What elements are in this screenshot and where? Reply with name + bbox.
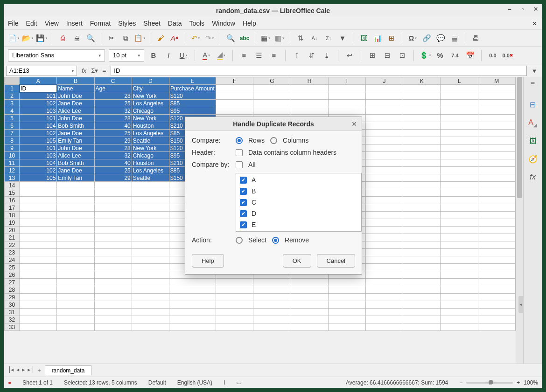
- grid-cell[interactable]: Jane Doe: [57, 167, 94, 174]
- clone-formatting-icon[interactable]: 🖌: [155, 33, 166, 44]
- grid-cell[interactable]: [441, 122, 478, 130]
- grid-cell[interactable]: [20, 189, 57, 197]
- grid-cell[interactable]: [216, 309, 253, 316]
- grid-cell[interactable]: [132, 227, 169, 234]
- grid-cell[interactable]: [366, 309, 403, 316]
- grid-cell[interactable]: [291, 100, 328, 107]
- grid-cell[interactable]: 103: [20, 152, 57, 159]
- number-icon[interactable]: 7.4: [449, 50, 461, 61]
- grid-cell[interactable]: 103: [20, 107, 57, 115]
- undo-icon[interactable]: ↶: [190, 33, 201, 44]
- grid-cell[interactable]: [169, 294, 216, 301]
- menu-edit[interactable]: Edit: [26, 20, 37, 27]
- ok-button[interactable]: OK: [283, 254, 311, 268]
- row-header[interactable]: 21: [5, 234, 20, 241]
- grid-cell[interactable]: [403, 137, 441, 144]
- special-char-icon[interactable]: Ω: [407, 33, 418, 44]
- grid-cell[interactable]: 102: [20, 100, 57, 107]
- row-header[interactable]: 18: [5, 212, 20, 219]
- menu-sheet[interactable]: Sheet: [143, 20, 161, 27]
- grid-cell[interactable]: [441, 92, 478, 100]
- new-doc-icon[interactable]: 📄: [8, 33, 19, 44]
- image-icon[interactable]: 🖼: [358, 33, 369, 44]
- grid-cell[interactable]: [253, 279, 291, 286]
- align-left-icon[interactable]: ≡: [238, 50, 250, 61]
- col-c-checkbox[interactable]: [240, 199, 247, 206]
- sort-asc-icon[interactable]: ⇅: [295, 33, 306, 44]
- grid-cell[interactable]: [403, 122, 441, 130]
- row-header[interactable]: 14: [5, 182, 20, 189]
- grid-cell[interactable]: [403, 167, 441, 174]
- grid-cell[interactable]: [169, 301, 216, 309]
- grid-cell[interactable]: $120: [169, 92, 216, 100]
- grid-cell[interactable]: [366, 271, 403, 279]
- grid-cell[interactable]: [403, 227, 441, 234]
- menu-help[interactable]: Help: [243, 20, 256, 27]
- row-header[interactable]: 22: [5, 241, 20, 249]
- grid-cell[interactable]: [441, 204, 478, 212]
- grid-cell[interactable]: [57, 234, 94, 241]
- grid-cell[interactable]: [366, 256, 403, 264]
- grid-cell[interactable]: [403, 271, 441, 279]
- grid-cell[interactable]: [366, 182, 403, 189]
- row-header[interactable]: 15: [5, 189, 20, 197]
- grid-cell[interactable]: Emily Tan: [57, 137, 94, 144]
- grid-cell[interactable]: [403, 294, 441, 301]
- date-icon[interactable]: 📅: [464, 50, 476, 61]
- menu-file[interactable]: File: [8, 20, 19, 27]
- grid-cell[interactable]: [403, 85, 441, 92]
- grid-cell[interactable]: [478, 130, 515, 137]
- grid-cell[interactable]: [253, 92, 291, 100]
- grid-cell[interactable]: John Doe: [57, 115, 94, 122]
- grid-cell[interactable]: [478, 174, 515, 182]
- grid-cell[interactable]: 29: [94, 174, 132, 182]
- header-checkbox[interactable]: [236, 149, 243, 156]
- grid-cell[interactable]: [403, 100, 441, 107]
- sheet-tab[interactable]: random_data: [45, 365, 92, 375]
- grid-cell[interactable]: [57, 256, 94, 264]
- grid-cell[interactable]: 104: [20, 159, 57, 167]
- column-icon[interactable]: ▥: [274, 33, 285, 44]
- save-indicator-icon[interactable]: ●: [8, 379, 11, 386]
- grid-cell[interactable]: [441, 144, 478, 152]
- action-remove-radio[interactable]: [272, 237, 279, 244]
- grid-cell[interactable]: 28: [94, 92, 132, 100]
- grid-cell[interactable]: [478, 271, 515, 279]
- grid-cell[interactable]: [132, 212, 169, 219]
- zoom-out-icon[interactable]: −: [459, 379, 462, 386]
- grid-cell[interactable]: [20, 279, 57, 286]
- grid-cell[interactable]: [328, 294, 365, 301]
- grid-cell[interactable]: [20, 241, 57, 249]
- grid-cell[interactable]: [94, 309, 132, 316]
- grid-cell[interactable]: [94, 279, 132, 286]
- row-header[interactable]: 33: [5, 323, 20, 331]
- grid-cell[interactable]: Los Angeles: [132, 167, 169, 174]
- grid-cell[interactable]: Age: [94, 85, 132, 92]
- grid-cell[interactable]: [132, 316, 169, 323]
- grid-cell[interactable]: [403, 152, 441, 159]
- maximize-icon[interactable]: ▫: [519, 6, 526, 12]
- grid-cell[interactable]: [253, 316, 291, 323]
- grid-cell[interactable]: [57, 219, 94, 227]
- find-icon[interactable]: 🔍: [225, 33, 236, 44]
- grid-cell[interactable]: Bob Smith: [57, 122, 94, 130]
- grid-cell[interactable]: [478, 137, 515, 144]
- column-header[interactable]: G: [253, 77, 291, 85]
- grid-cell[interactable]: [366, 167, 403, 174]
- row-header[interactable]: 20: [5, 227, 20, 234]
- print-preview-icon[interactable]: 🔍: [85, 33, 96, 44]
- grid-cell[interactable]: [216, 107, 253, 115]
- grid-cell[interactable]: Seattle: [132, 137, 169, 144]
- grid-cell[interactable]: [169, 323, 216, 331]
- cut-icon[interactable]: ✂: [106, 33, 117, 44]
- menu-tools[interactable]: Tools: [189, 20, 204, 27]
- grid-cell[interactable]: [57, 197, 94, 204]
- grid-cell[interactable]: [441, 100, 478, 107]
- grid-cell[interactable]: [20, 264, 57, 271]
- grid-cell[interactable]: Emily Tan: [57, 174, 94, 182]
- add-decimal-icon[interactable]: 0.0: [487, 50, 498, 61]
- column-header[interactable]: E: [169, 77, 216, 85]
- row-header[interactable]: 24: [5, 256, 20, 264]
- grid-cell[interactable]: [366, 219, 403, 227]
- close-document-icon[interactable]: ✕: [532, 20, 537, 27]
